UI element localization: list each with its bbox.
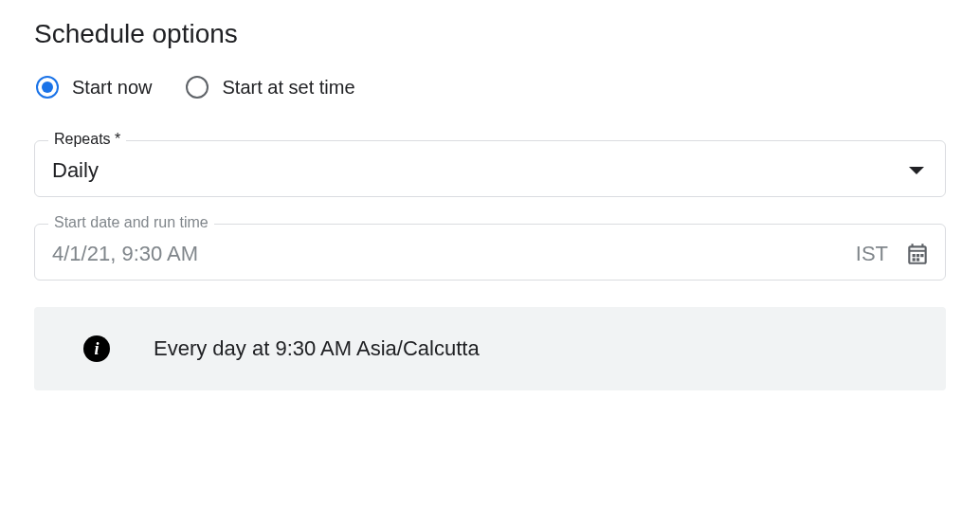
radio-start-at-set-time[interactable]: Start at set time xyxy=(186,76,354,99)
svg-rect-3 xyxy=(913,258,916,261)
radio-start-now[interactable]: Start now xyxy=(36,76,152,99)
info-icon: i xyxy=(83,335,110,362)
start-date-field[interactable]: Start date and run time 4/1/21, 9:30 AM … xyxy=(34,224,946,281)
radio-selected-icon xyxy=(36,76,59,99)
calendar-icon[interactable] xyxy=(905,242,930,266)
radio-start-now-label: Start now xyxy=(72,77,152,99)
svg-rect-2 xyxy=(920,254,923,257)
radio-start-at-set-time-label: Start at set time xyxy=(222,77,354,99)
start-date-label: Start date and run time xyxy=(48,214,214,231)
repeats-value: Daily xyxy=(52,158,99,183)
schedule-start-radio-group: Start now Start at set time xyxy=(34,76,946,99)
radio-unselected-icon xyxy=(186,76,209,99)
schedule-summary-text: Every day at 9:30 AM Asia/Calcutta xyxy=(154,336,480,361)
schedule-summary-banner: i Every day at 9:30 AM Asia/Calcutta xyxy=(34,307,946,390)
svg-rect-1 xyxy=(916,254,919,257)
timezone-label: IST xyxy=(856,242,888,266)
section-title: Schedule options xyxy=(34,19,946,49)
start-date-value: 4/1/21, 9:30 AM xyxy=(52,242,198,266)
repeats-select[interactable]: Repeats * Daily xyxy=(34,140,946,197)
chevron-down-icon xyxy=(909,167,924,174)
svg-rect-0 xyxy=(913,254,916,257)
svg-rect-4 xyxy=(916,258,919,261)
repeats-label: Repeats * xyxy=(48,131,126,148)
